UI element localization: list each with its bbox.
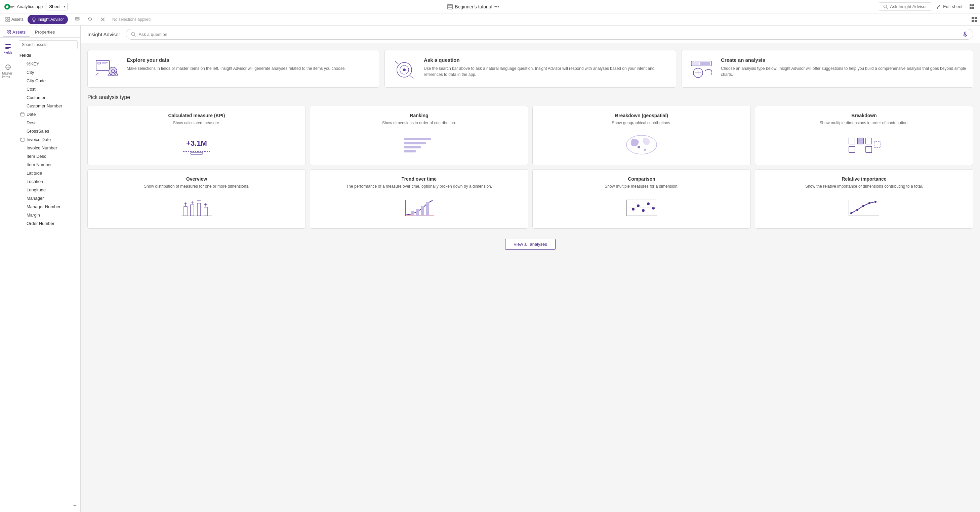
intro-card-ask[interactable]: Ask a question Use the search bar above …	[385, 50, 676, 88]
analysis-card-title: Trend over time	[316, 176, 523, 182]
svg-rect-36	[5, 46, 11, 46]
analysis-card-title: Breakdown	[760, 113, 967, 118]
svg-rect-8	[450, 7, 452, 8]
analysis-card-img-ranking	[316, 131, 523, 158]
analysis-card-img-comparison	[538, 195, 745, 222]
tab-properties[interactable]: Properties	[31, 27, 59, 37]
analysis-card-relative[interactable]: Relative importance Show the relative im…	[755, 169, 973, 229]
svg-rect-30	[975, 20, 977, 22]
field-item[interactable]: Item Number	[19, 160, 78, 169]
field-item[interactable]: City	[19, 68, 78, 76]
view-all-section: View all analyses	[81, 235, 980, 257]
analysis-grid: Calculated measure (KPI) Show calculated…	[88, 106, 973, 229]
svg-rect-13	[972, 4, 974, 6]
svg-rect-60	[102, 62, 108, 63]
svg-rect-111	[426, 202, 429, 216]
edit-sheet-button[interactable]: Edit sheet	[934, 3, 965, 10]
svg-rect-92	[874, 141, 880, 147]
svg-rect-91	[866, 146, 872, 152]
field-item[interactable]: Customer	[19, 94, 78, 102]
nav-master-items[interactable]: Master items	[0, 62, 16, 81]
analysis-card-breakdown[interactable]: Breakdown Show multiple dimensions in or…	[755, 106, 973, 165]
more-options-icon[interactable]: •••	[494, 4, 500, 10]
field-item[interactable]: City Code	[19, 76, 78, 85]
layout-icon[interactable]	[971, 16, 977, 22]
field-item[interactable]: Manager	[19, 194, 78, 203]
sheet-selector[interactable]: Sheet	[46, 3, 68, 10]
svg-rect-73	[700, 62, 710, 65]
mic-icon[interactable]	[962, 31, 968, 37]
lasso-tool-button[interactable]	[85, 15, 95, 24]
analysis-card-desc: The performance of a measure over time, …	[316, 184, 523, 189]
svg-rect-82	[404, 146, 421, 148]
svg-rect-7	[448, 7, 450, 8]
view-all-button[interactable]: View all analyses	[505, 239, 555, 250]
field-item[interactable]: Cost	[19, 85, 78, 94]
analysis-card-breakdown-geo[interactable]: Breakdown (geospatial) Show geographical…	[532, 106, 751, 165]
svg-line-64	[96, 73, 99, 76]
analysis-card-comparison[interactable]: Comparison Show multiple measures for a …	[532, 169, 751, 229]
clear-tool-button[interactable]	[97, 15, 108, 24]
insight-advisor-button[interactable]: Insight Advisor	[27, 15, 68, 24]
ask-insight-button[interactable]: Ask Insight Advisor	[879, 2, 931, 11]
analysis-card-title: Ranking	[316, 113, 523, 118]
analysis-card-overview[interactable]: Overview Show distribution of measures f…	[88, 169, 306, 229]
svg-line-68	[395, 61, 398, 64]
top-center: Beginner's tutorial •••	[71, 4, 875, 10]
intro-card-create[interactable]: Create an analysis Choose an analysis ty…	[682, 50, 973, 88]
svg-line-69	[410, 76, 414, 79]
analysis-card-title: Overview	[93, 176, 300, 182]
ia-search-input[interactable]	[139, 32, 959, 37]
grid-view-icon[interactable]	[968, 2, 976, 11]
field-item[interactable]: Invoice Number	[19, 144, 78, 152]
field-item[interactable]: GrossSales	[19, 127, 78, 135]
tab-assets[interactable]: Assets	[3, 27, 30, 37]
ia-search-bar[interactable]	[126, 29, 973, 40]
svg-point-127	[875, 201, 877, 203]
field-item[interactable]: Margin	[19, 211, 78, 219]
field-item[interactable]: Latitude	[19, 169, 78, 177]
search-assets-input[interactable]	[19, 40, 78, 49]
field-item[interactable]: Location	[19, 177, 78, 185]
field-item[interactable]: Manager Number	[19, 203, 78, 211]
fields-list: %KEYCityCity CodeCostCustomerCustomer Nu…	[19, 60, 78, 228]
no-selections-label: No selections applied	[112, 17, 151, 22]
intro-card-explore[interactable]: Explore your data Make selections in fie…	[88, 50, 379, 88]
field-item[interactable]: Longitude	[19, 185, 78, 194]
analysis-card-kpi[interactable]: Calculated measure (KPI) Show calculated…	[88, 106, 306, 165]
create-title: Create an analysis	[721, 57, 966, 63]
field-item[interactable]: %KEY	[19, 60, 78, 68]
svg-point-124	[856, 209, 858, 211]
svg-point-9	[884, 5, 887, 8]
analysis-card-desc: Show the relative importance of dimensio…	[760, 184, 967, 189]
svg-rect-23	[75, 17, 79, 19]
svg-rect-17	[8, 17, 10, 19]
analysis-card-desc: Show geographical contributions.	[538, 120, 745, 126]
field-item[interactable]: Invoice Date	[19, 135, 78, 144]
collapse-icon[interactable]	[72, 504, 78, 509]
svg-rect-3	[10, 7, 13, 7]
field-item[interactable]: Desc	[19, 119, 78, 127]
svg-rect-97	[191, 205, 194, 216]
svg-rect-29	[972, 20, 974, 22]
analysis-card-img-breakdown-geo	[538, 131, 745, 158]
field-item[interactable]: Item Desc	[19, 152, 78, 160]
analysis-section: Pick analysis type Calculated measure (K…	[81, 94, 980, 235]
svg-rect-83	[404, 150, 416, 152]
analysis-card-ranking[interactable]: Ranking Show dimensions in order of cont…	[310, 106, 528, 165]
svg-rect-42	[21, 113, 24, 116]
select-tool-button[interactable]	[72, 15, 83, 24]
field-item[interactable]: Customer Number	[19, 102, 78, 110]
svg-point-117	[647, 203, 650, 205]
nav-fields[interactable]: Fields	[2, 41, 14, 56]
svg-point-85	[638, 146, 640, 148]
analysis-card-trend[interactable]: Trend over time The performance of a mea…	[310, 169, 528, 229]
sheet-selector-wrap[interactable]: Sheet	[46, 3, 68, 10]
toolbar-tools	[72, 15, 108, 24]
svg-rect-88	[858, 138, 863, 144]
assets-button[interactable]: Assets	[3, 15, 26, 24]
svg-rect-28	[975, 17, 977, 19]
field-item[interactable]: Order Number	[19, 219, 78, 228]
field-item[interactable]: Date	[19, 110, 78, 119]
svg-rect-12	[970, 4, 972, 6]
